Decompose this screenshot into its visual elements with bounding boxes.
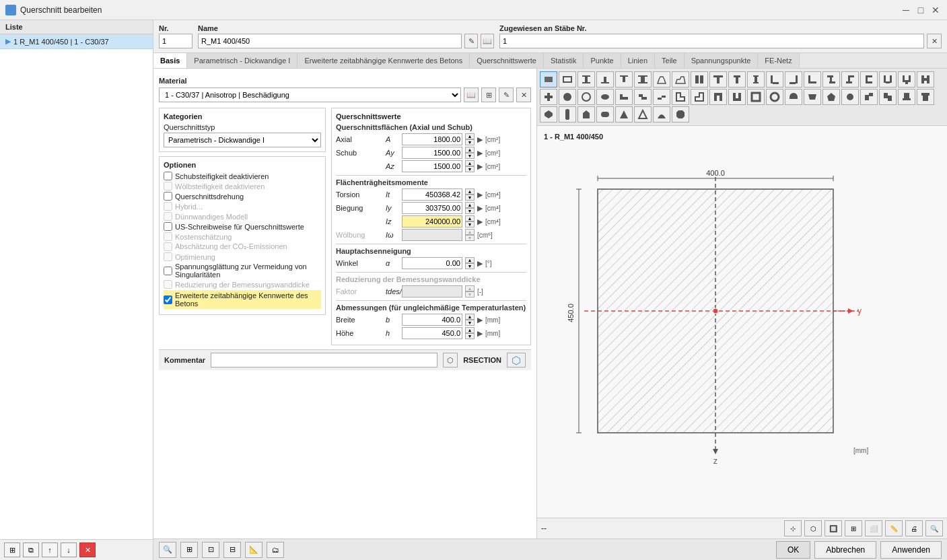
opt-woelb-checkbox[interactable] xyxy=(164,182,172,190)
tab-linien[interactable]: Linien xyxy=(621,53,655,68)
shape-T-sym[interactable] xyxy=(653,71,670,88)
shape-L-shape[interactable] xyxy=(804,71,821,88)
opt-reduz-checkbox[interactable] xyxy=(164,280,172,289)
name-input[interactable] xyxy=(198,34,462,48)
material-book-btn[interactable]: 📖 xyxy=(464,88,479,102)
sidebar-item[interactable]: ▶ 1 R_M1 400/450 | 1 - C30/37 xyxy=(0,34,153,49)
shape-r4[interactable] xyxy=(898,89,915,105)
viz-select-btn[interactable]: ⬡ xyxy=(804,520,822,536)
axial-spin-dn[interactable]: ▼ xyxy=(465,139,475,145)
shape-r6[interactable] xyxy=(540,106,557,123)
shape-rect-outline[interactable] xyxy=(559,71,576,88)
opt-erw-checkbox[interactable] xyxy=(164,295,172,304)
tab-statistik[interactable]: Statistik xyxy=(544,53,584,68)
shape-r10[interactable] xyxy=(615,106,633,123)
rsection-btn[interactable]: ⬡ xyxy=(507,353,526,368)
shape-H-shape[interactable] xyxy=(917,71,934,88)
viz-ruler-btn[interactable]: 📏 xyxy=(885,520,903,536)
shape-oct[interactable] xyxy=(672,106,689,123)
status-btn-6[interactable]: 🗂 xyxy=(267,542,284,558)
shape-I1[interactable] xyxy=(577,71,595,88)
tab-parametrisch[interactable]: Parametrisch - Dickwandige I xyxy=(187,53,297,68)
tab-basis[interactable]: Basis xyxy=(153,53,187,68)
viz-search-btn[interactable]: 🔍 xyxy=(925,520,943,536)
assign-clear-btn[interactable]: ✕ xyxy=(927,34,942,48)
shape-corner2[interactable] xyxy=(691,89,708,105)
shape-C-shape[interactable] xyxy=(860,71,878,88)
shape-r3[interactable] xyxy=(879,89,897,105)
shape-circle[interactable] xyxy=(559,89,576,105)
opt-us-checkbox[interactable] xyxy=(164,222,172,231)
opt-schub-checkbox[interactable] xyxy=(164,172,172,180)
torsion-input[interactable] xyxy=(402,188,462,201)
shape-bracket-R[interactable] xyxy=(785,71,802,88)
shape-pentagon[interactable] xyxy=(822,89,840,105)
shape-bracket-L[interactable] xyxy=(766,71,783,88)
breite-spin-up[interactable]: ▲ xyxy=(465,314,475,320)
opt-co2-checkbox[interactable] xyxy=(164,242,172,251)
shape-S-shape[interactable] xyxy=(841,71,859,88)
status-btn-3[interactable]: ⊡ xyxy=(202,542,219,558)
kommentar-expand-btn[interactable]: ⬡ xyxy=(443,353,458,368)
woelb-spin-dn[interactable]: ▼ xyxy=(465,235,475,241)
shape-step-sm[interactable] xyxy=(653,89,670,105)
biegung-spin-dn[interactable]: ▼ xyxy=(465,208,475,214)
tab-fe-netz[interactable]: FE-Netz xyxy=(758,53,799,68)
shape-I-wide[interactable] xyxy=(634,71,652,88)
material-del-btn[interactable]: ✕ xyxy=(516,88,531,102)
opt-kosten-checkbox[interactable] xyxy=(164,232,172,241)
anwenden-button[interactable]: Anwenden xyxy=(880,541,942,559)
faktor-input[interactable] xyxy=(402,285,462,298)
woelb-spin-up[interactable]: ▲ xyxy=(465,229,475,235)
iz-spin-dn[interactable]: ▼ xyxy=(465,221,475,228)
hoehe-spin-up[interactable]: ▲ xyxy=(465,327,475,333)
shape-T-top[interactable] xyxy=(709,71,727,88)
opt-hybrid-checkbox[interactable] xyxy=(164,202,172,211)
edit-name-btn[interactable]: ✎ xyxy=(464,34,478,48)
shape-T-down[interactable] xyxy=(596,71,614,88)
shape-r11[interactable] xyxy=(634,106,652,123)
opt-optim-checkbox[interactable] xyxy=(164,252,172,261)
iz-input[interactable] xyxy=(402,215,462,228)
status-btn-5[interactable]: 📐 xyxy=(245,542,262,558)
sidebar-delete-btn[interactable]: ✕ xyxy=(79,542,96,557)
shape-pipe[interactable] xyxy=(766,89,783,105)
winkel-spin-up[interactable]: ▲ xyxy=(465,257,475,263)
ok-button[interactable]: OK xyxy=(776,541,810,559)
sidebar-up-btn[interactable]: ↑ xyxy=(42,542,58,557)
status-btn-4[interactable]: ⊟ xyxy=(223,542,241,558)
hoehe-input[interactable] xyxy=(402,327,462,339)
opt-duenn-checkbox[interactable] xyxy=(164,212,172,221)
schub-spin-up[interactable]: ▲ xyxy=(465,147,475,153)
material-select[interactable]: 1 - C30/37 | Anisotrop | Beschädigung xyxy=(159,88,461,102)
axial-input[interactable] xyxy=(402,133,462,145)
viz-fit-btn[interactable]: ⬜ xyxy=(865,520,882,536)
shape-rect-filled[interactable] xyxy=(540,71,557,88)
abbrechen-button[interactable]: Abbrechen xyxy=(814,541,876,559)
biegung-spin-up[interactable]: ▲ xyxy=(465,202,475,208)
woelb-input[interactable] xyxy=(402,229,462,241)
minimize-button[interactable]: ─ xyxy=(900,4,912,16)
shape-r9[interactable] xyxy=(596,106,614,123)
shape-circle-outline[interactable] xyxy=(577,89,595,105)
opt-spann-checkbox[interactable] xyxy=(164,267,172,275)
shape-box[interactable] xyxy=(747,89,765,105)
viz-grid-btn[interactable]: ⊞ xyxy=(845,520,862,536)
shape-U-shape[interactable] xyxy=(879,71,897,88)
viz-print-btn[interactable]: 🖨 xyxy=(905,520,923,536)
sidebar-down-btn[interactable]: ↓ xyxy=(61,542,77,557)
close-button[interactable]: ✕ xyxy=(930,4,942,16)
breite-spin-dn[interactable]: ▼ xyxy=(465,320,475,326)
sidebar-copy-btn[interactable]: ⧉ xyxy=(23,542,39,557)
shape-r7[interactable] xyxy=(559,106,576,123)
shape-trapez[interactable] xyxy=(804,89,821,105)
shape-hex[interactable] xyxy=(841,89,859,105)
material-edit-btn[interactable]: ✎ xyxy=(499,88,514,102)
shape-r8[interactable] xyxy=(577,106,595,123)
shape-Z-shape[interactable] xyxy=(822,71,840,88)
status-btn-1[interactable]: 🔍 xyxy=(159,542,176,558)
shape-T4[interactable] xyxy=(728,89,746,105)
nr-input[interactable] xyxy=(159,34,192,48)
faktor-spin-up[interactable]: ▲ xyxy=(465,285,475,291)
schub-input[interactable] xyxy=(402,147,462,159)
